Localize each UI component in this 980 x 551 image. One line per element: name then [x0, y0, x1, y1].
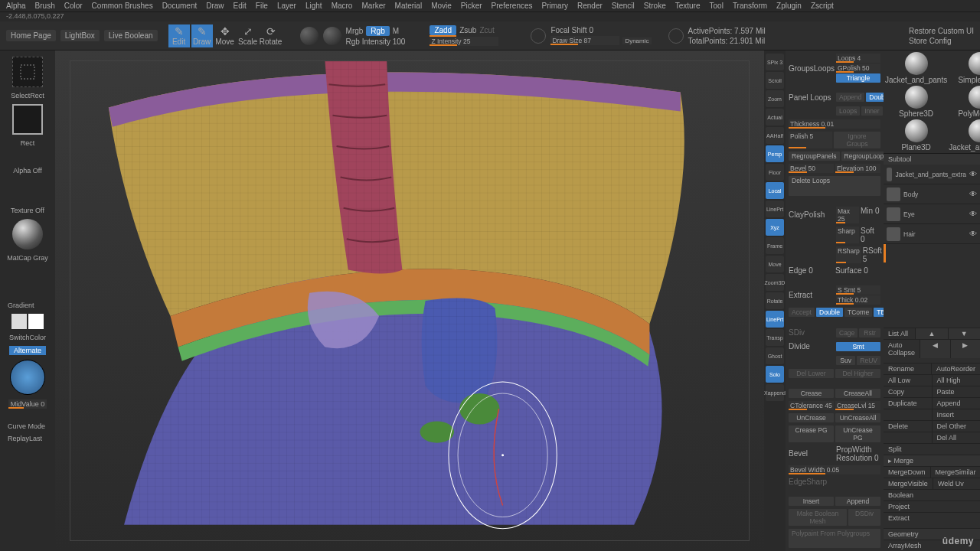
regroup-panels-button[interactable]: RegroupPanels: [789, 152, 840, 161]
ignore-groups-toggle[interactable]: Ignore Groups: [834, 132, 880, 148]
make-boolean-button[interactable]: Make Boolean Mesh: [789, 509, 847, 526]
mrgb-label[interactable]: Mrgb: [346, 27, 364, 35]
autocollapse-button[interactable]: Auto Collapse: [884, 340, 920, 358]
del-other-button[interactable]: Del Other: [932, 421, 981, 432]
matcap-sphere-icon[interactable]: [12, 219, 43, 249]
focal-dial-icon[interactable]: [531, 28, 546, 44]
nav-scroll-button[interactable]: Scroll: [766, 72, 784, 89]
nav-zoom-button[interactable]: Zoom: [766, 90, 784, 107]
delete-button[interactable]: Delete: [884, 421, 932, 432]
double2-toggle[interactable]: Double: [816, 308, 843, 317]
soft-slider[interactable]: Soft 0: [861, 227, 880, 243]
subtool-hair[interactable]: Hair👁: [884, 224, 980, 244]
menu-document[interactable]: Document: [162, 2, 198, 10]
menu-transform[interactable]: Transform: [733, 2, 767, 10]
menu-draw[interactable]: Draw: [206, 2, 224, 10]
extract-label[interactable]: Extract: [789, 291, 812, 299]
menu-render[interactable]: Render: [577, 2, 603, 10]
creaselvl-slider[interactable]: CreaseLvl 15: [835, 401, 880, 410]
menu-stroke[interactable]: Stroke: [644, 2, 666, 10]
menu-picker[interactable]: Picker: [461, 2, 482, 10]
menu-color[interactable]: Color: [64, 2, 83, 10]
polypaint-polygroups-button[interactable]: Polypaint From Polygroups: [789, 529, 880, 549]
append-button[interactable]: Append: [932, 398, 981, 409]
loops2-button[interactable]: Loops: [836, 106, 860, 116]
bevel-label[interactable]: Bevel: [789, 449, 808, 458]
draw-mode-button[interactable]: ✎Draw: [191, 24, 213, 47]
menu-alpha[interactable]: Alpha: [6, 2, 26, 10]
bevel-slider[interactable]: Bevel 50: [789, 164, 834, 173]
draw-size-slider[interactable]: Draw Size 87: [550, 36, 619, 45]
menu-movie[interactable]: Movie: [431, 2, 452, 10]
surface-slider[interactable]: Surface 0: [835, 266, 880, 275]
regroup-loops-button[interactable]: RegroupLoops: [841, 152, 884, 161]
double-toggle[interactable]: Double: [866, 93, 884, 102]
all-low-button[interactable]: All Low: [884, 375, 932, 386]
midvalue-slider[interactable]: MidValue 0: [8, 399, 47, 409]
z-intensity-slider[interactable]: Z Intensity 25: [430, 37, 498, 46]
menu-tool[interactable]: Tool: [710, 2, 724, 10]
nav-zoom3d-button[interactable]: Zoom3D: [766, 274, 784, 291]
collapse-left-button[interactable]: ◀: [920, 340, 949, 358]
replay-last-button[interactable]: ReplayLast: [8, 435, 42, 442]
menu-edit[interactable]: Edit: [234, 2, 247, 10]
nav-transp-button[interactable]: Transp: [766, 329, 784, 346]
bevel-width-slider[interactable]: Bevel Width 0.05: [789, 465, 880, 474]
rgb-chip[interactable]: Rgb: [366, 26, 389, 36]
nav-lineprt-button[interactable]: LinePrt: [766, 201, 784, 217]
ctolerance-slider[interactable]: CTolerance 45: [789, 401, 834, 410]
edge-slider[interactable]: Edge 0: [789, 266, 834, 275]
project-button[interactable]: Project: [884, 501, 980, 512]
mergedown-button[interactable]: MergeDown: [884, 467, 930, 478]
rsoft-slider[interactable]: RSoft 5: [863, 246, 882, 263]
menu-preferences[interactable]: Preferences: [492, 2, 533, 10]
menu-marker[interactable]: Marker: [361, 2, 385, 10]
polish-slider[interactable]: Polish 5: [789, 132, 832, 148]
alpha-off-button[interactable]: Alpha Off: [13, 167, 41, 174]
smt-toggle[interactable]: Smt: [836, 342, 880, 351]
menu-layer[interactable]: Layer: [277, 2, 296, 10]
min-slider[interactable]: Min 0: [861, 207, 880, 223]
rotate-mode-button[interactable]: ⟳Rotate: [260, 24, 282, 47]
nav-spix-3-button[interactable]: SPix 3: [766, 54, 784, 70]
uncrease-pg-button[interactable]: UnCrease PG: [835, 425, 880, 442]
alternate-button[interactable]: Alternate: [9, 346, 46, 355]
tcorne-toggle[interactable]: TCorne: [844, 308, 872, 317]
subtool-scroll-thumb[interactable]: [884, 244, 886, 262]
scale-mode-button[interactable]: ⤢Scale: [237, 24, 259, 47]
menu-texture[interactable]: Texture: [675, 2, 701, 10]
menu-material[interactable]: Material: [395, 2, 423, 10]
rsharp-slider[interactable]: RSharp: [836, 246, 861, 263]
insert-button[interactable]: Insert: [932, 409, 981, 420]
dsdiv-button[interactable]: DSDiv: [848, 509, 880, 526]
menu-common-brushes[interactable]: Common Brushes: [92, 2, 153, 10]
subtool-header[interactable]: Subtool: [884, 153, 980, 165]
nav-lineprt-button[interactable]: LinePrt: [766, 311, 784, 328]
thickness-slider[interactable]: Thickness 0.01: [789, 119, 880, 129]
extract-button[interactable]: Extract: [884, 513, 980, 523]
thick-slider[interactable]: Thick 0.02: [836, 295, 880, 305]
accept-button[interactable]: Accept: [789, 308, 815, 317]
cage-button[interactable]: Cage: [836, 328, 858, 337]
duplicate-button[interactable]: Duplicate: [884, 398, 932, 409]
divide-button[interactable]: Divide: [789, 342, 810, 350]
nav-ghost-button[interactable]: Ghost: [766, 347, 784, 364]
focal-shift-slider[interactable]: Focal Shift 0: [550, 26, 593, 34]
dynamic-toggle[interactable]: Dynamic: [622, 37, 651, 44]
brush-polymesh3d[interactable]: PolyMesh3D: [949, 86, 980, 118]
store-config-button[interactable]: Store Config: [909, 37, 952, 45]
crease-all-button[interactable]: CreaseAll: [835, 389, 880, 398]
nav-persp-button[interactable]: Persp: [766, 145, 784, 162]
zadd-chip[interactable]: Zadd: [430, 25, 456, 35]
rect-stroke-tool[interactable]: [12, 104, 43, 135]
nav-local-button[interactable]: Local: [766, 182, 784, 199]
subtool-jacket_and_pants_extra[interactable]: Jacket_and_pants_extra👁: [884, 165, 980, 184]
split-button[interactable]: Split: [884, 444, 980, 455]
material-sphere-icon[interactable]: [323, 27, 341, 45]
inner-button[interactable]: Inner: [861, 106, 882, 116]
curve-mode-button[interactable]: Curve Mode: [8, 422, 45, 430]
del-higher-button[interactable]: Del Higher: [835, 369, 880, 378]
viewport-canvas[interactable]: [55, 51, 764, 551]
liveboolean-button[interactable]: Live Boolean: [104, 30, 158, 41]
nav-xyz-button[interactable]: Xyz: [766, 219, 784, 236]
